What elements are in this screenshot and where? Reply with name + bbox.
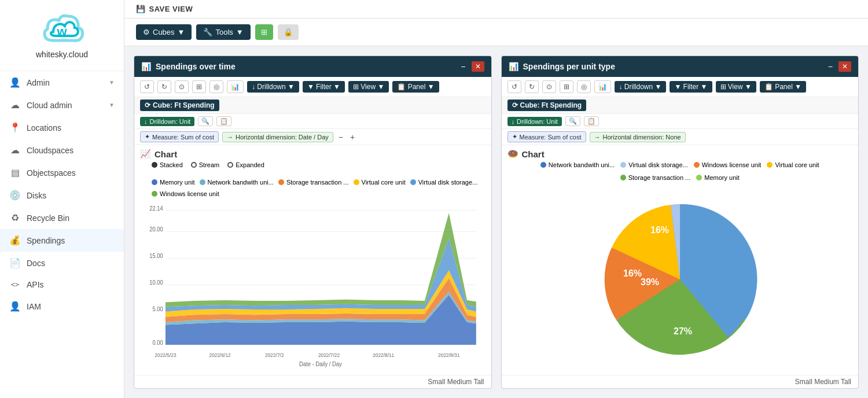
panel-minimize-button-2[interactable]: −	[826, 61, 835, 72]
sidebar-item-locations[interactable]: 📍 Locations	[0, 116, 124, 139]
measure-icon-1: ✦	[145, 133, 150, 141]
cubes-icon: ⚙	[143, 28, 150, 36]
measure-tag-1: ✦ Measure: Sum of cost	[140, 131, 219, 142]
sidebar-item-docs[interactable]: 📄 Docs	[0, 252, 124, 274]
objectspaces-icon: ▤	[9, 167, 21, 178]
svg-text:16%: 16%	[623, 268, 642, 278]
legend-windows: Windows license unit	[152, 190, 219, 197]
sidebar-nav: 👤 Admin ▼ ☁ Cloud admin ▼ 📍 Locations ☁ …	[0, 71, 124, 398]
chart-opt-stream[interactable]: Stream	[191, 161, 219, 168]
drilldown-search-btn-1[interactable]: 🔍	[198, 116, 213, 126]
view-button-2[interactable]: ⊞ View ▼	[716, 81, 756, 93]
pie-chart-svg: 39% 27% 16% 16%	[564, 187, 796, 372]
panel-minimize-button-1[interactable]: −	[458, 61, 468, 72]
measure-icon-2: ✦	[512, 133, 517, 141]
svg-text:27%: 27%	[674, 326, 692, 336]
pie-legend-storage: Storage transaction ...	[620, 174, 691, 181]
sidebar-label-docs: Docs	[27, 259, 115, 268]
panel-header-per-unit: 📊 Spendings per unit type − ✕	[502, 56, 859, 77]
chart-opt-stacked[interactable]: Stacked	[152, 161, 183, 168]
filter-button-2[interactable]: ▼ Filter ▼	[670, 81, 712, 93]
cube-tag-icon-2: ⟳	[512, 101, 518, 109]
dim-plus-btn-1[interactable]: +	[348, 132, 356, 142]
measure-row-2: ✦ Measure: Sum of cost → Horizontal dime…	[502, 129, 859, 145]
view-button-1[interactable]: ⊞ View ▼	[348, 81, 389, 93]
svg-text:2022/8/11: 2022/8/11	[373, 352, 394, 358]
panel-button-2[interactable]: 📋 Panel ▼	[760, 81, 806, 93]
svg-text:16%: 16%	[650, 225, 669, 235]
filter-button-1[interactable]: ▼ Filter ▼	[303, 81, 345, 93]
save-view-button[interactable]: 💾 SAVE VIEW	[136, 5, 193, 13]
chart-section-1: 📈 Chart Stacked Stream	[134, 145, 491, 375]
panel-button-1[interactable]: 📋 Panel ▼	[392, 81, 439, 93]
cubes-button[interactable]: ⚙ Cubes ▼	[136, 24, 192, 40]
sidebar-item-apis[interactable]: <> APIs	[0, 274, 124, 295]
measure-label-2: Measure: Sum of cost	[520, 134, 582, 141]
svg-text:w: w	[56, 24, 67, 39]
logo-section: w whitesky.cloud	[0, 0, 124, 71]
chart-icon-btn-2[interactable]: 📊	[594, 80, 611, 93]
panel-header-left-2: 📊 Spendings per unit type	[509, 62, 615, 71]
sidebar-item-iam[interactable]: 👤 IAM	[0, 295, 124, 318]
stream-label: Stream	[199, 161, 219, 168]
sidebar-item-cloudspaces[interactable]: ☁ Cloudspaces	[0, 139, 124, 161]
panel-icon-over-time: 📊	[141, 62, 151, 71]
grid-icon-btn-1[interactable]: ⊞	[192, 80, 206, 93]
expanded-label: Expanded	[236, 161, 264, 168]
table-icon-btn-2a[interactable]: ⊙	[542, 80, 556, 93]
svg-text:2022/7/2: 2022/7/2	[265, 352, 284, 358]
pie-legend-virtual-core: Virtual core unit	[767, 161, 819, 168]
refresh-button-1[interactable]: ↺	[140, 80, 154, 93]
svg-text:0.00: 0.00	[152, 340, 163, 347]
stacked-label: Stacked	[160, 161, 183, 168]
panel-close-button-2[interactable]: ✕	[838, 61, 851, 72]
svg-text:Date - Daily / Day: Date - Daily / Day	[299, 360, 342, 367]
drilldown-copy-btn-1[interactable]: 📋	[216, 116, 231, 126]
pie-legend-virtual-disk: Virtual disk storage...	[620, 161, 688, 168]
chart-icon-btn-1[interactable]: 📊	[227, 80, 244, 93]
cloud-admin-arrow-icon: ▼	[109, 102, 115, 108]
circle-icon-btn-2[interactable]: ◎	[577, 80, 591, 93]
forward-button-1[interactable]: ↻	[157, 80, 171, 93]
drilldown-copy-btn-2[interactable]: 📋	[584, 116, 599, 126]
circle-icon-btn-1[interactable]: ◎	[209, 80, 223, 93]
sidebar-item-disks[interactable]: 💿 Disks	[0, 184, 124, 207]
sidebar-item-cloud-admin[interactable]: ☁ Cloud admin ▼	[0, 94, 124, 116]
sidebar-item-spendings[interactable]: 💰 Spendings	[0, 229, 124, 252]
save-view-label: SAVE VIEW	[149, 5, 193, 13]
lock-button[interactable]: 🔒	[278, 24, 299, 40]
legend-windows-label: Windows license unit	[160, 190, 219, 197]
logo-icon: w	[39, 12, 85, 46]
refresh-button-2[interactable]: ↺	[507, 80, 521, 93]
panel-icon-per-unit: 📊	[509, 62, 518, 71]
cube-tag-label-1: Cube: Ft Spending	[153, 101, 215, 109]
drilldown-button-2[interactable]: ↓ Drilldown ▼	[615, 81, 667, 93]
tools-button[interactable]: 🔧 Tools ▼	[196, 24, 250, 40]
sidebar-label-recycle-bin: Recycle Bin	[27, 213, 115, 223]
drilldown-button-1[interactable]: ↓ Drilldown ▼	[247, 81, 299, 93]
cube-tag-1: ⟳ Cube: Ft Spending	[140, 100, 219, 111]
sidebar-label-iam: IAM	[27, 302, 115, 311]
sidebar-item-objectspaces[interactable]: ▤ Objectspaces	[0, 161, 124, 184]
layout-button[interactable]: ⊞	[255, 24, 273, 40]
forward-button-2[interactable]: ↻	[525, 80, 539, 93]
panel-toolbar-2: ↺ ↻ ⊙ ⊞ ◎ 📊 ↓ Drilldown ▼ ▼ Filter ▼ ⊞ V…	[502, 77, 859, 97]
panel-header-left: 📊 Spendings over time	[141, 62, 236, 71]
panel-toolbar-1: ↺ ↻ ⊙ ⊞ ◎ 📊 ↓ Drilldown ▼ ▼ Filter ▼ ⊞ V…	[134, 77, 491, 97]
horiz-tag-1: → Horizontal dimension: Date / Day	[222, 132, 333, 142]
tools-label: Tools	[215, 28, 233, 36]
sidebar-item-admin[interactable]: 👤 Admin ▼	[0, 71, 124, 94]
panel-header-actions-over-time: − ✕	[458, 61, 484, 72]
sidebar-item-recycle-bin[interactable]: ♻ Recycle Bin	[0, 207, 124, 229]
table-icon-btn-1a[interactable]: ⊙	[175, 80, 189, 93]
drilldown-icon-2: ↓	[512, 118, 515, 125]
grid-icon-btn-2[interactable]: ⊞	[560, 80, 573, 93]
drilldown-search-btn-2[interactable]: 🔍	[565, 116, 580, 126]
dim-minus-btn-1[interactable]: −	[337, 132, 345, 142]
chart-opt-expanded[interactable]: Expanded	[227, 161, 264, 168]
spendings-icon: 💰	[9, 235, 21, 246]
legend-storage-label: Storage transaction ...	[286, 179, 349, 186]
svg-text:22.14: 22.14	[149, 205, 163, 212]
panel-close-button-1[interactable]: ✕	[472, 61, 484, 72]
dashboard: 📊 Spendings over time − ✕ ↺ ↻ ⊙ ⊞ ◎ 📊 ↓ …	[124, 46, 868, 398]
